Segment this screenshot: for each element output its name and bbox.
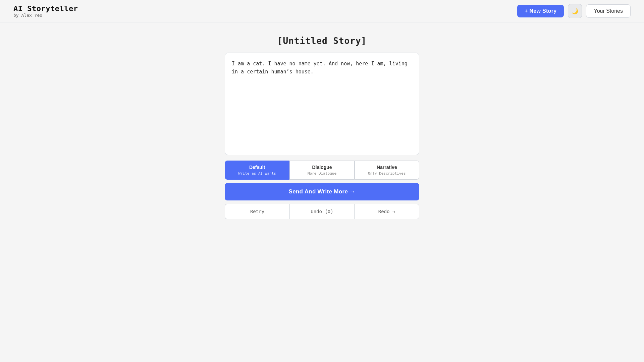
- mode-narrative-label: Narrative: [377, 164, 397, 171]
- new-story-button[interactable]: + New Story: [517, 5, 564, 17]
- redo-button[interactable]: Redo →: [354, 204, 419, 219]
- mode-dialogue-sub: More Dialogue: [308, 171, 336, 176]
- mode-dialogue-button[interactable]: Dialogue More Dialogue: [289, 161, 354, 180]
- mode-dialogue-label: Dialogue: [312, 164, 332, 171]
- action-buttons-group: Retry Undo (0) Redo →: [225, 204, 419, 219]
- dark-mode-button[interactable]: 🌙: [568, 4, 582, 18]
- mode-narrative-sub: Only Descriptives: [368, 171, 406, 176]
- app-branding: AI Storyteller by Alex Yeo: [13, 4, 78, 18]
- mode-default-sub: Write as AI Wants: [238, 171, 276, 176]
- redo-label: Redo →: [378, 209, 395, 214]
- header-actions: + New Story 🌙 Your Stories: [517, 4, 631, 18]
- app-title: AI Storyteller: [13, 4, 78, 13]
- mode-narrative-button[interactable]: Narrative Only Descriptives: [355, 161, 419, 180]
- undo-label: Undo (0): [311, 209, 333, 214]
- undo-button[interactable]: Undo (0): [289, 204, 354, 219]
- main-content: [Untitled Story] Default Write as AI Wan…: [0, 22, 644, 233]
- story-title: [Untitled Story]: [277, 36, 367, 46]
- mode-buttons-group: Default Write as AI Wants Dialogue More …: [225, 161, 419, 180]
- retry-label: Retry: [250, 209, 264, 214]
- your-stories-button[interactable]: Your Stories: [586, 4, 631, 18]
- story-textarea[interactable]: [232, 60, 412, 147]
- header: AI Storyteller by Alex Yeo + New Story 🌙…: [0, 0, 644, 22]
- story-editor-container: [225, 53, 419, 155]
- retry-button[interactable]: Retry: [225, 204, 289, 219]
- mode-default-label: Default: [249, 164, 265, 171]
- moon-icon: 🌙: [572, 8, 578, 14]
- mode-default-button[interactable]: Default Write as AI Wants: [225, 161, 289, 180]
- app-subtitle: by Alex Yeo: [13, 13, 78, 18]
- send-write-more-button[interactable]: Send And Write More →: [225, 183, 419, 200]
